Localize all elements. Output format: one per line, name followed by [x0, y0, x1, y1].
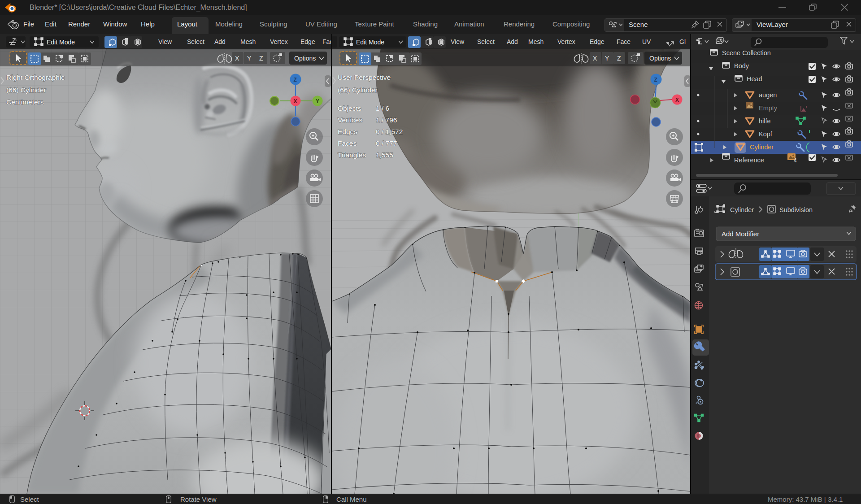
svg-text:Mesh: Mesh: [240, 38, 256, 45]
svg-text:Objects: Objects: [338, 104, 361, 112]
svg-text:Select: Select: [187, 38, 204, 45]
svg-text:Empty: Empty: [759, 104, 778, 112]
svg-text:Cylinder: Cylinder: [750, 143, 774, 151]
svg-text:1,555: 1,555: [376, 151, 393, 159]
svg-text:Scene Collection: Scene Collection: [722, 49, 771, 56]
svg-text:Edge: Edge: [300, 38, 315, 45]
svg-text:X: X: [675, 97, 679, 103]
svg-text:Options: Options: [649, 55, 671, 62]
svg-text:Face: Face: [617, 38, 631, 45]
svg-text:Y: Y: [316, 98, 319, 104]
svg-text:Head: Head: [747, 75, 762, 83]
svg-text:Add Modifier: Add Modifier: [722, 230, 759, 238]
svg-text:Select: Select: [477, 38, 495, 45]
svg-text:Faces: Faces: [338, 139, 357, 147]
svg-text:Y: Y: [605, 55, 609, 62]
svg-text:View: View: [451, 38, 465, 45]
svg-text:Reference: Reference: [734, 156, 764, 164]
svg-text:UV: UV: [642, 38, 651, 45]
svg-text:0 / 777: 0 / 777: [376, 139, 397, 147]
svg-text:Edge: Edge: [590, 38, 604, 45]
svg-text:Gl: Gl: [679, 38, 686, 45]
svg-text:View: View: [158, 38, 172, 45]
svg-text:augen: augen: [759, 91, 777, 99]
svg-text:X: X: [593, 55, 597, 62]
svg-text:Vertex: Vertex: [270, 38, 288, 45]
svg-text:Triangles: Triangles: [338, 151, 366, 159]
svg-text:Z: Z: [294, 77, 297, 83]
svg-text:Edit Mode: Edit Mode: [47, 39, 75, 46]
svg-text:Kopf: Kopf: [759, 130, 773, 138]
svg-text:0 / 1,572: 0 / 1,572: [376, 128, 403, 135]
svg-text:(66) Cylinder: (66) Cylinder: [338, 86, 378, 94]
svg-text:X: X: [294, 98, 297, 104]
svg-text:Z: Z: [654, 77, 657, 83]
svg-text:(66) Cylinder: (66) Cylinder: [6, 86, 46, 94]
svg-text:Vertex: Vertex: [557, 38, 575, 45]
svg-text:Add: Add: [507, 38, 518, 45]
svg-text:Centimeters: Centimeters: [6, 98, 44, 106]
svg-text:1 / 796: 1 / 796: [376, 116, 397, 124]
svg-text:Z: Z: [259, 55, 263, 62]
svg-text:Fac: Fac: [322, 38, 331, 45]
svg-text:Edges: Edges: [338, 128, 357, 135]
svg-text:Right Orthographic: Right Orthographic: [6, 74, 65, 81]
svg-text:Vertices: Vertices: [338, 116, 362, 124]
svg-text:hilfe: hilfe: [759, 117, 771, 125]
svg-text:Cylinder: Cylinder: [730, 206, 754, 213]
svg-text:Edit Mode: Edit Mode: [356, 39, 384, 46]
svg-text:Subdivision: Subdivision: [779, 206, 813, 213]
svg-text:Body: Body: [734, 62, 749, 70]
svg-text:Mesh: Mesh: [528, 38, 544, 45]
svg-text:Z: Z: [617, 55, 621, 62]
svg-text:1 / 6: 1 / 6: [376, 104, 389, 112]
svg-text:User Perspective: User Perspective: [338, 74, 391, 81]
svg-text:Y: Y: [247, 55, 252, 62]
svg-text:Add: Add: [214, 38, 226, 45]
svg-text:Options: Options: [294, 55, 316, 62]
svg-text:X: X: [235, 55, 239, 62]
svg-text:4: 4: [794, 157, 797, 164]
